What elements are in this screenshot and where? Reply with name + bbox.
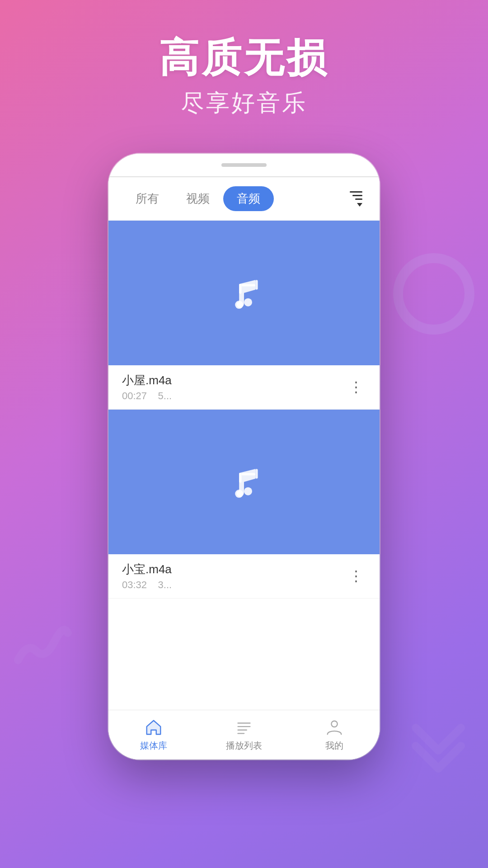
svg-point-6 xyxy=(244,487,252,495)
svg-rect-4 xyxy=(242,284,256,286)
svg-rect-8 xyxy=(239,473,241,483)
media-info-2: 小宝.m4a 03:32 3... ⋮ xyxy=(108,554,380,598)
media-item-1: 小屋.m4a 00:27 5... ⋮ xyxy=(108,221,380,410)
sort-button[interactable] xyxy=(346,189,366,209)
media-filename-1: 小屋.m4a xyxy=(122,373,172,388)
subheadline-text: 尽享好音乐 xyxy=(0,87,488,119)
sort-lines-icon xyxy=(350,191,362,207)
tab-audio[interactable]: 音频 xyxy=(223,186,274,211)
nav-item-playlist[interactable]: 播放列表 xyxy=(199,718,289,752)
bg-circle-shape xyxy=(393,253,474,335)
music-note-icon-1 xyxy=(224,273,264,313)
media-more-button-1[interactable]: ⋮ xyxy=(345,379,366,395)
nav-label-playlist: 播放列表 xyxy=(226,740,262,752)
home-icon xyxy=(144,718,163,737)
phone-top-bar xyxy=(108,154,380,176)
media-item-2: 小宝.m4a 03:32 3... ⋮ xyxy=(108,410,380,599)
svg-rect-3 xyxy=(239,284,241,294)
media-info-1: 小屋.m4a 00:27 5... ⋮ xyxy=(108,365,380,409)
media-details-1: 小屋.m4a 00:27 5... xyxy=(122,373,172,402)
media-meta-1: 00:27 5... xyxy=(122,390,172,402)
media-more-button-2[interactable]: ⋮ xyxy=(345,568,366,584)
media-thumbnail-1[interactable] xyxy=(108,221,380,365)
phone-mockup: 所有 视频 音频 xyxy=(108,154,380,760)
tab-video[interactable]: 视频 xyxy=(173,186,223,211)
svg-point-14 xyxy=(331,721,337,727)
headline-text: 高质无损 xyxy=(0,36,488,80)
phone-notch xyxy=(221,163,267,167)
tab-all[interactable]: 所有 xyxy=(122,186,173,211)
media-details-2: 小宝.m4a 03:32 3... xyxy=(122,561,172,591)
svg-point-5 xyxy=(235,490,243,498)
svg-point-1 xyxy=(244,298,252,307)
app-content: 所有 视频 音频 xyxy=(108,176,380,760)
playlist-icon xyxy=(235,718,253,737)
nav-label-library: 媒体库 xyxy=(140,740,167,752)
bottom-nav: 媒体库 播放列表 我的 xyxy=(108,710,380,760)
bg-arrow-shape xyxy=(407,714,470,778)
profile-icon xyxy=(325,718,344,737)
nav-label-profile: 我的 xyxy=(325,740,343,752)
tab-bar: 所有 视频 音频 xyxy=(108,177,380,221)
media-filename-2: 小宝.m4a xyxy=(122,561,172,577)
media-thumbnail-2[interactable] xyxy=(108,410,380,554)
nav-item-library[interactable]: 媒体库 xyxy=(108,718,199,752)
nav-item-profile[interactable]: 我的 xyxy=(289,718,380,752)
header-section: 高质无损 尽享好音乐 xyxy=(0,36,488,119)
media-meta-2: 03:32 3... xyxy=(122,579,172,591)
svg-rect-2 xyxy=(255,280,258,290)
music-note-icon-2 xyxy=(224,462,264,502)
svg-point-0 xyxy=(235,301,243,309)
media-list: 小屋.m4a 00:27 5... ⋮ xyxy=(108,221,380,710)
svg-rect-7 xyxy=(255,469,258,479)
svg-rect-9 xyxy=(242,473,256,475)
bg-squiggle-shape xyxy=(9,610,72,674)
